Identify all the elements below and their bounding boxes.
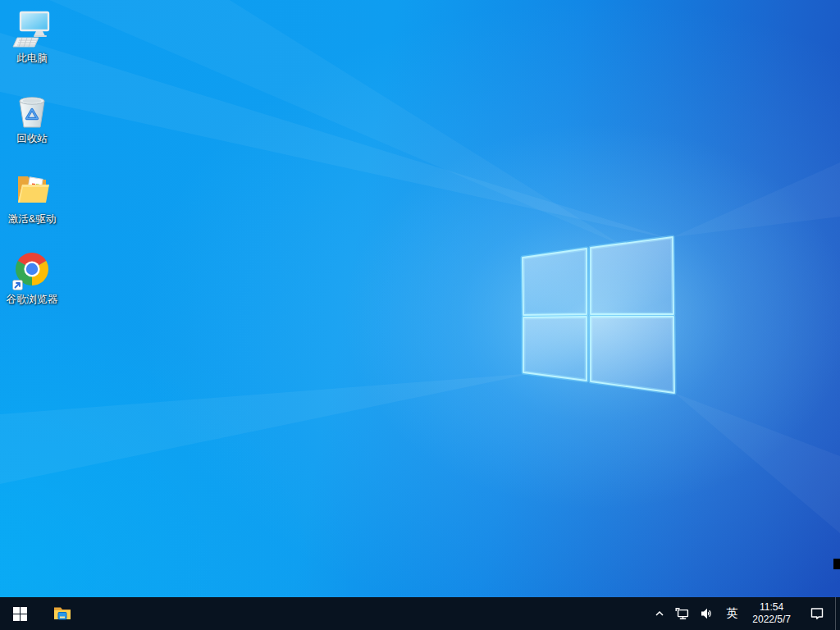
- network-button[interactable]: [670, 597, 695, 630]
- desktop-icon-recycle-bin[interactable]: 回收站: [1, 89, 63, 164]
- recycle-bin-icon: [12, 90, 52, 130]
- shortcut-arrow-overlay: [13, 281, 23, 290]
- desktop-surface[interactable]: 此电脑 回收站: [0, 0, 840, 597]
- show-hidden-icons-button[interactable]: [649, 597, 670, 630]
- open-folder-windows-icon: [12, 171, 52, 210]
- volume-icon: [699, 605, 715, 622]
- ime-language-indicator[interactable]: 英: [719, 597, 744, 630]
- chevron-up-icon: [653, 607, 666, 620]
- clock-date: 2022/5/7: [752, 614, 791, 626]
- start-icon: [13, 607, 27, 621]
- show-desktop-button[interactable]: [835, 597, 840, 630]
- clock[interactable]: 11:54 2022/5/7: [744, 597, 799, 630]
- icon-label: 谷歌浏览器: [7, 294, 58, 305]
- icon-label: 此电脑: [16, 52, 48, 64]
- desktop-icon-this-pc[interactable]: 此电脑: [1, 8, 63, 84]
- icon-label: 回收站: [16, 133, 48, 144]
- cursor-artifact: [833, 559, 840, 569]
- system-tray: 英 11:54 2022/5/7: [649, 597, 840, 630]
- file-explorer-icon: [52, 604, 72, 623]
- volume-button[interactable]: [695, 597, 719, 630]
- chrome-logo-icon: [12, 251, 52, 290]
- file-explorer-button[interactable]: [43, 597, 82, 630]
- taskbar: 英 11:54 2022/5/7: [0, 597, 840, 630]
- clock-time: 11:54: [760, 601, 783, 614]
- start-button[interactable]: [0, 597, 39, 630]
- action-center-button[interactable]: [799, 597, 835, 630]
- monitor-keyboard-icon: [12, 10, 52, 49]
- windows-logo-panes: [523, 237, 674, 393]
- desktop-icon-activation-drivers[interactable]: 激活&驱动: [1, 169, 63, 244]
- network-ethernet-icon: [674, 605, 691, 622]
- wallpaper-windows-logo: [0, 0, 840, 597]
- desktop-icon-google-chrome[interactable]: 谷歌浏览器: [1, 249, 63, 325]
- icon-label: 激活&驱动: [8, 213, 56, 225]
- action-center-icon: [809, 605, 825, 622]
